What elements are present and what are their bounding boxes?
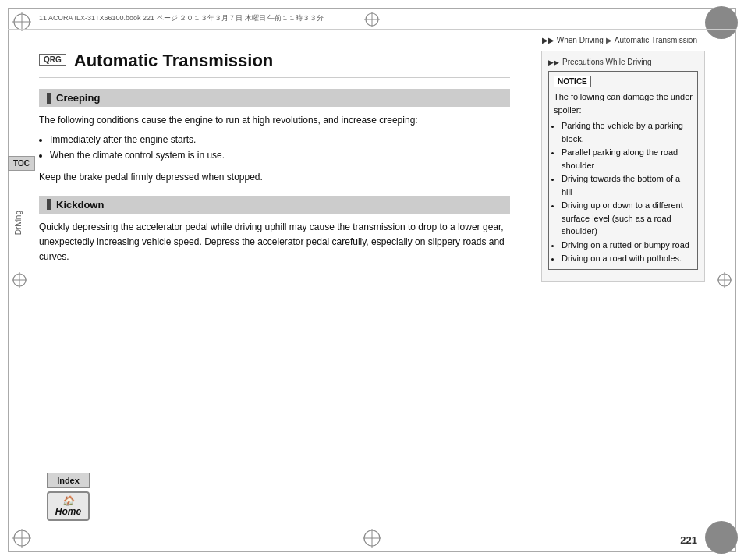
side-tabs: TOC [8,156,35,171]
section-kickdown: Kickdown Quickly depressing the accelera… [39,196,510,265]
section-creeping: Creeping The following conditions cause … [39,89,510,185]
creeping-intro: The following conditions cause the engin… [39,113,510,128]
index-button[interactable]: Index [47,473,90,488]
notice-bullet-1: Parking the vehicle by a parking block. [562,119,693,145]
creeping-outro: Keep the brake pedal firmly depressed wh… [39,170,510,185]
page-title-row: QRG Automatic Transmission [39,51,510,78]
section-heading-creeping-label: Creeping [56,92,100,104]
large-circle-br [705,521,738,554]
notice-bullet-6: Driving on a road with potholes. [562,252,693,265]
home-icon: 🏠 [62,495,74,506]
corner-mark-bl [11,527,33,549]
qrg-tag: QRG [39,54,66,66]
page-number: 221 [680,534,697,546]
left-column: QRG Automatic Transmission Creeping The … [39,51,518,521]
notice-bullet-3: Driving towards the bottom of a hill [562,172,693,198]
section-heading-creeping: Creeping [39,89,510,107]
heading-bar-icon [47,93,51,104]
reg-mark-left [11,271,28,289]
bottom-buttons: Index 🏠 Home [47,473,90,521]
creeping-bullet-1: Immediately after the engine starts. [50,133,510,147]
section-heading-kickdown-label: Kickdown [56,199,104,211]
creeping-bullets: Immediately after the engine starts. Whe… [50,133,510,163]
breadcrumb-auto-trans: Automatic Transmission [615,36,697,44]
reg-mark-bottom [361,527,383,549]
heading-bar-icon-2 [47,199,51,210]
notice-bullet-4: Driving up or down to a different surfac… [562,199,693,238]
home-label: Home [55,506,81,517]
notice-bullet-5: Driving on a rutted or bumpy road [562,239,693,252]
page-title: Automatic Transmission [74,51,274,71]
breadcrumb-sep: ▶ [606,36,612,44]
notice-label: NOTICE [554,76,591,87]
section-heading-kickdown: Kickdown [39,196,510,214]
main-content: QRG Automatic Transmission Creeping The … [39,51,705,521]
notice-box: NOTICE The following can damage the unde… [548,71,698,270]
creeping-bullet-2: When the climate control system is in us… [50,148,510,163]
header-bar: 11 ACURA ILX-31TX66100.book 221 ページ ２０１３… [8,8,736,30]
reg-mark-right [716,271,733,289]
notice-bullets: Parking the vehicle by a parking block. … [562,119,693,265]
home-button[interactable]: 🏠 Home [47,491,90,521]
notice-bullet-2: Parallel parking along the road shoulder [562,146,693,172]
right-column: Precautions While Driving NOTICE The fol… [533,51,705,521]
toc-tab[interactable]: TOC [8,156,35,171]
breadcrumb-when-driving: When Driving [557,36,604,44]
breadcrumb: ▶▶ When Driving ▶ Automatic Transmission [542,36,697,44]
breadcrumb-part1: ▶▶ [542,36,554,44]
kickdown-body: Quickly depressing the accelerator pedal… [39,220,510,265]
right-panel-header: Precautions While Driving [548,58,698,66]
right-panel: Precautions While Driving NOTICE The fol… [541,51,705,282]
notice-intro: The following can damage the under spoil… [554,90,693,116]
driving-label: Driving [14,211,23,235]
header-file-info: 11 ACURA ILX-31TX66100.book 221 ページ ２０１３… [39,13,705,23]
